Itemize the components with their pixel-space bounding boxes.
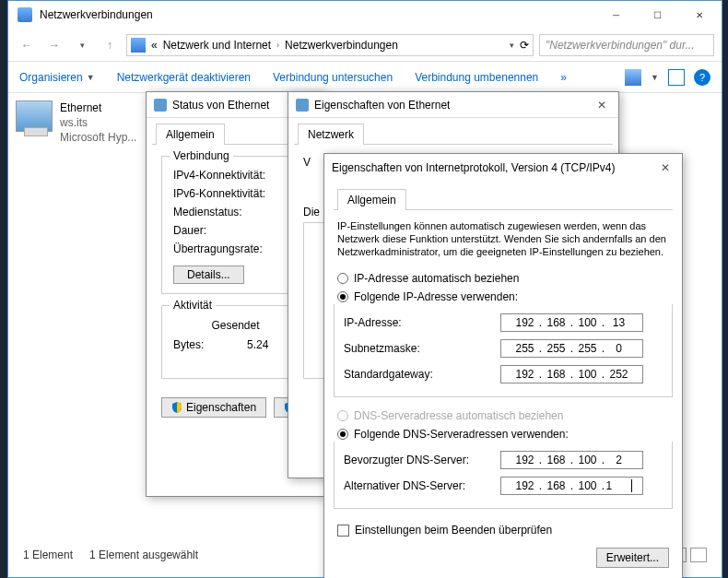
close-button[interactable]: ✕ [678, 2, 720, 29]
details-button[interactable]: Details... [173, 265, 244, 284]
adapter-device: Microsoft Hyp... [60, 130, 136, 145]
duration-label: Dauer: [173, 224, 298, 237]
refresh-button[interactable]: ⟳ [520, 39, 529, 52]
radio-icon [337, 429, 348, 440]
radio-manual-dns[interactable]: Folgende DNS-Serveradressen verwenden: [334, 425, 673, 443]
properties-button[interactable]: Eigenschaften [161, 397, 266, 418]
bytes-value: 5.24 [247, 338, 268, 351]
dialog-title: Eigenschaften von Internetprotokoll, Ver… [332, 161, 616, 174]
window-title: Netzwerkverbindungen [40, 8, 595, 21]
radio-auto-ip[interactable]: IP-Adresse automatisch beziehen [334, 269, 673, 288]
forward-button[interactable]: → [43, 34, 65, 56]
dns2-input[interactable]: 192.168.100.1 [500, 477, 643, 495]
close-icon[interactable]: ✕ [656, 161, 675, 174]
gateway-label: Standardgateway: [344, 368, 500, 381]
rename-button[interactable]: Verbindung umbenennen [415, 71, 538, 84]
breadcrumb-prefix: « [151, 39, 158, 52]
tab-general[interactable]: Allgemein [156, 124, 225, 145]
speed-label: Übertragungsrate: [173, 242, 298, 255]
diagnose-button[interactable]: Verbindung untersuchen [273, 71, 393, 84]
search-placeholder: "Netzwerkverbindungen" dur... [546, 39, 695, 52]
ip-address-input[interactable]: 192.168.100.13 [500, 313, 643, 332]
preview-pane-icon[interactable] [668, 69, 685, 86]
radio-auto-dns: DNS-Serveradresse automatisch beziehen [334, 407, 673, 425]
more-commands[interactable]: » [560, 71, 567, 84]
tcpipv4-properties-dialog: Eigenschaften von Internetprotokoll, Ver… [323, 153, 683, 578]
dns1-label: Bevorzugter DNS-Server: [344, 454, 500, 466]
organize-menu[interactable]: Organisieren▼ [19, 71, 95, 84]
adapter-network: ws.its [60, 115, 136, 130]
selection-count: 1 Element ausgewählt [89, 549, 198, 561]
gateway-input[interactable]: 192.168.100.252 [500, 365, 643, 383]
shield-icon [171, 402, 182, 413]
radio-icon [337, 273, 348, 284]
ipv4-label: IPv4-Konnektivität: [173, 169, 298, 182]
breadcrumb-item[interactable]: Netzwerk und Internet [163, 39, 271, 52]
address-bar[interactable]: « Netzwerk und Internet › Netzwerkverbin… [126, 34, 534, 56]
back-button[interactable]: ← [16, 34, 38, 56]
location-icon [131, 38, 146, 53]
radio-manual-ip[interactable]: Folgende IP-Adresse verwenden: [334, 288, 673, 306]
titlebar[interactable]: Netzwerkverbindungen ─ ☐ ✕ [8, 1, 722, 29]
dialog-titlebar[interactable]: Eigenschaften von Ethernet ✕ [288, 92, 618, 118]
minimize-button[interactable]: ─ [595, 2, 637, 29]
icons-view-icon[interactable] [690, 548, 707, 562]
history-dropdown[interactable]: ▾ [71, 34, 93, 56]
up-button[interactable]: ↑ [99, 34, 121, 56]
dns2-label: Alternativer DNS-Server: [344, 479, 500, 492]
media-label: Medienstatus: [173, 206, 298, 218]
chevron-right-icon: › [276, 41, 279, 50]
command-bar: Organisieren▼ Netzwerkgerät deaktivieren… [8, 62, 722, 93]
radio-icon [337, 410, 348, 421]
breadcrumb-item[interactable]: Netzwerkverbindungen [285, 39, 398, 52]
adapter-name: Ethernet [60, 100, 136, 115]
ip-address-label: IP-Adresse: [344, 316, 500, 329]
maximize-button[interactable]: ☐ [637, 2, 678, 29]
dialog-title: Status von Ethernet [172, 99, 269, 112]
tab-general[interactable]: Allgemein [337, 189, 406, 210]
dialog-titlebar[interactable]: Eigenschaften von Internetprotokoll, Ver… [324, 154, 682, 182]
search-input[interactable]: "Netzwerkverbindungen" dur... [539, 34, 714, 56]
app-icon [18, 7, 32, 22]
sent-label: Gesendet [173, 315, 298, 336]
group-title: Verbindung [170, 149, 233, 162]
network-icon [154, 99, 167, 112]
dns-fields-group: Bevorzugter DNS-Server: 192.168.100.2 Al… [334, 442, 673, 509]
description-text: IP-Einstellungen können automatisch zuge… [337, 219, 669, 258]
nav-bar: ← → ▾ ↑ « Netzwerk und Internet › Netzwe… [8, 29, 722, 62]
item-count: 1 Element [23, 549, 73, 561]
subnet-label: Subnetzmaske: [344, 342, 500, 355]
tab-network[interactable]: Netzwerk [298, 124, 364, 145]
bytes-label: Bytes: [173, 338, 247, 351]
group-title: Aktivität [170, 299, 216, 312]
validate-checkbox-row[interactable]: Einstellungen beim Beenden überprüfen [334, 518, 673, 542]
address-dropdown[interactable]: ▾ [510, 41, 514, 50]
view-dropdown-icon[interactable]: ▼ [651, 73, 659, 82]
network-icon [296, 99, 309, 112]
checkbox-icon [337, 525, 349, 537]
advanced-button[interactable]: Erweitert... [596, 548, 669, 568]
radio-icon [337, 291, 348, 302]
dialog-title: Eigenschaften von Ethernet [314, 99, 450, 112]
ip-fields-group: IP-Adresse: 192.168.100.13 Subnetzmaske:… [334, 304, 673, 397]
subnet-input[interactable]: 255.255.255.0 [500, 339, 643, 358]
disable-device-button[interactable]: Netzwerkgerät deaktivieren [117, 71, 251, 84]
adapter-icon [16, 100, 53, 132]
ipv6-label: IPv6-Konnektivität: [173, 187, 298, 200]
view-icon[interactable] [625, 69, 641, 86]
help-icon[interactable]: ? [694, 69, 710, 86]
dns1-input[interactable]: 192.168.100.2 [500, 451, 643, 469]
close-icon[interactable]: ✕ [593, 99, 611, 112]
